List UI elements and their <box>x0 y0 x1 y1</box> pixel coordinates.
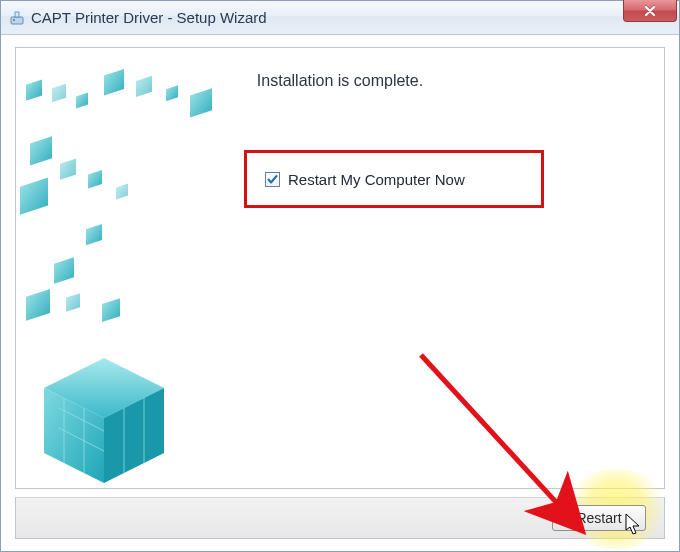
close-icon <box>644 6 656 16</box>
svg-rect-19 <box>30 136 52 165</box>
installer-icon <box>9 10 25 26</box>
installation-complete-message: Installation is complete. <box>16 72 664 90</box>
svg-marker-5 <box>44 388 104 483</box>
svg-rect-27 <box>66 293 80 312</box>
svg-rect-21 <box>60 159 76 180</box>
svg-rect-14 <box>76 93 88 109</box>
svg-rect-1 <box>15 12 19 17</box>
window-title: CAPT Printer Driver - Setup Wizard <box>31 9 679 26</box>
close-button[interactable] <box>623 0 677 22</box>
svg-line-8 <box>59 408 104 431</box>
svg-rect-20 <box>20 178 48 215</box>
decorative-cubes <box>16 48 226 488</box>
restart-checkbox[interactable] <box>265 172 280 187</box>
svg-rect-25 <box>54 257 74 283</box>
restart-checkbox-label[interactable]: Restart My Computer Now <box>288 171 465 188</box>
restart-button-label: Restart <box>576 510 621 526</box>
svg-rect-26 <box>26 289 50 321</box>
restart-button[interactable]: Restart <box>552 505 646 531</box>
svg-marker-3 <box>44 358 164 418</box>
svg-rect-0 <box>11 17 23 24</box>
button-bar: Restart <box>15 497 665 539</box>
titlebar[interactable]: CAPT Printer Driver - Setup Wizard <box>1 1 679 35</box>
svg-rect-24 <box>86 224 102 245</box>
svg-point-2 <box>13 19 15 21</box>
content-panel: Installation is complete. Restart My Com… <box>15 47 665 489</box>
svg-rect-18 <box>190 88 212 117</box>
svg-rect-28 <box>102 298 120 322</box>
setup-wizard-window: CAPT Printer Driver - Setup Wizard <box>0 0 680 552</box>
restart-option-highlight-box: Restart My Computer Now <box>244 150 544 208</box>
wizard-content: Installation is complete. Restart My Com… <box>1 35 679 551</box>
checkmark-icon <box>267 174 278 185</box>
svg-rect-23 <box>116 184 128 200</box>
svg-marker-4 <box>104 388 164 483</box>
svg-line-9 <box>59 428 104 451</box>
svg-rect-22 <box>88 170 102 189</box>
